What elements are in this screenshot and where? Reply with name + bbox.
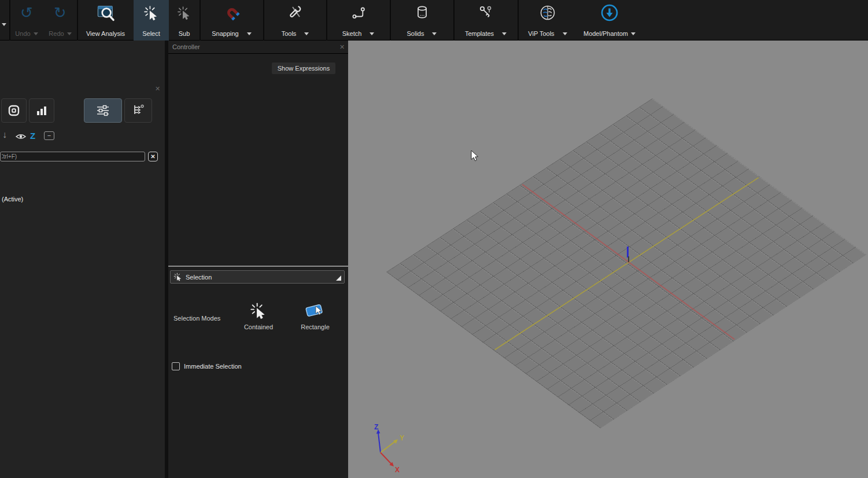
snapping-button[interactable]: Snapping <box>201 0 263 41</box>
undo-button[interactable]: ↺ Undo <box>10 0 43 41</box>
controller-close-icon[interactable]: ✕ <box>339 44 345 50</box>
mouse-cursor-icon <box>471 150 479 163</box>
z-sort-icon[interactable]: Z <box>30 131 35 141</box>
search-clear-button[interactable]: ✕ <box>148 152 158 161</box>
immediate-selection-label[interactable]: Immediate Selection <box>184 363 242 370</box>
search-input[interactable] <box>0 152 145 161</box>
view-analysis-label: View Analysis <box>86 30 125 37</box>
controller-header: Controller ✕ <box>168 41 348 54</box>
squircle-icon <box>8 104 20 117</box>
tab-configuration[interactable] <box>124 98 152 123</box>
redo-icon: ↻ <box>54 0 67 25</box>
visibility-eye-icon[interactable] <box>15 133 27 141</box>
vip-tools-label: ViP Tools <box>528 30 554 37</box>
selection-click-icon <box>173 273 182 281</box>
chevron-down-icon <box>563 32 567 35</box>
mode-rectangle[interactable]: Rectangle <box>293 301 337 330</box>
triad-y-arrowhead <box>393 439 398 444</box>
origin-tick <box>628 256 629 262</box>
immediate-selection-checkbox[interactable] <box>172 362 180 370</box>
clear-icon: ✕ <box>150 153 155 160</box>
triad-x-label: X <box>395 466 400 474</box>
viewport-3d[interactable]: Z Y X <box>348 41 868 478</box>
vip-tools-button[interactable]: ViP Tools <box>519 0 577 41</box>
outline-quick-actions: ↓ Z − <box>0 130 165 144</box>
chevron-down-icon <box>34 32 38 35</box>
contained-icon <box>250 311 267 321</box>
view-analysis-icon <box>96 0 116 25</box>
selection-section-header[interactable]: Selection <box>170 270 345 284</box>
sketch-button[interactable]: Sketch <box>327 0 389 41</box>
sketch-label: Sketch <box>342 30 362 37</box>
axis-triad: Z Y X <box>369 422 409 476</box>
tab-parts[interactable] <box>1 98 27 123</box>
tab-analysis[interactable] <box>29 98 54 123</box>
triad-x-axis <box>381 453 391 464</box>
sort-down-icon[interactable]: ↓ <box>2 130 7 140</box>
top-toolbar: ↺ Undo ↻ Redo View Analysis Select <box>0 0 868 41</box>
chevron-down-icon <box>631 32 636 35</box>
tools-label: Tools <box>282 30 297 37</box>
sidebar-close-icon[interactable]: ✕ <box>155 86 160 92</box>
tab-properties[interactable] <box>84 98 122 123</box>
controller-panel: Controller ✕ Show Expressions Selection … <box>168 41 348 478</box>
chevron-down-icon <box>304 32 309 35</box>
model-phantom-label: Model/Phantom <box>583 30 628 37</box>
rectangle-label: Rectangle <box>293 323 337 330</box>
mode-contained[interactable]: Contained <box>237 302 280 330</box>
undo-icon: ↺ <box>20 0 33 25</box>
toolbar-overflow-button[interactable] <box>0 0 9 41</box>
selection-section-title: Selection <box>186 274 212 281</box>
chevron-down-icon <box>67 32 72 35</box>
panel-splitter[interactable] <box>168 266 348 267</box>
keys-icon <box>477 0 495 25</box>
selection-modes-label: Selection Modes <box>173 315 220 322</box>
contained-label: Contained <box>237 323 280 330</box>
brain-icon <box>538 0 557 25</box>
tree-icon <box>131 104 145 117</box>
triad-z-axis <box>378 433 381 453</box>
magnet-icon <box>223 0 241 25</box>
chevron-down-icon <box>502 32 507 35</box>
application-window: ↺ Undo ↻ Redo View Analysis Select <box>0 0 868 478</box>
sub-select-icon <box>177 0 191 25</box>
chevron-down-icon <box>247 32 252 35</box>
grid-plane <box>386 98 866 428</box>
select-label: Select <box>142 30 160 37</box>
outline-sidebar: ✕ <box>0 41 165 478</box>
cylinder-icon <box>414 0 430 25</box>
show-expressions-button[interactable]: Show Expressions <box>272 62 335 74</box>
bar-chart-icon <box>35 104 48 117</box>
y-axis-grid-line <box>494 177 759 350</box>
solids-button[interactable]: Solids <box>391 0 453 41</box>
select-icon <box>143 0 159 25</box>
collapse-all-icon[interactable]: − <box>44 131 54 140</box>
model-phantom-button[interactable]: Model/Phantom <box>577 0 642 41</box>
triad-z-label: Z <box>374 423 378 431</box>
undo-label: Undo <box>15 30 30 37</box>
chevron-down-icon <box>432 32 437 35</box>
redo-button[interactable]: ↻ Redo <box>44 0 76 41</box>
templates-label: Templates <box>465 30 494 37</box>
snapping-label: Snapping <box>212 30 239 37</box>
triad-y-label: Y <box>400 434 404 442</box>
triad-y-axis <box>381 442 395 453</box>
sketch-icon <box>350 0 367 25</box>
sliders-icon <box>95 105 110 116</box>
view-analysis-button[interactable]: View Analysis <box>78 0 133 41</box>
select-button[interactable]: Select <box>134 0 169 41</box>
rectangle-select-icon <box>304 311 327 321</box>
redo-label: Redo <box>49 30 64 37</box>
chevron-down-icon <box>2 23 6 26</box>
panel-title: Controller <box>172 43 200 50</box>
sub-label: Sub <box>179 30 190 37</box>
collapse-triangle-icon <box>336 275 341 281</box>
sub-button[interactable]: Sub <box>169 0 199 41</box>
wrench-icon <box>287 0 304 25</box>
templates-button[interactable]: Templates <box>455 0 517 41</box>
active-model-label[interactable]: (Active) <box>2 196 23 203</box>
chevron-down-icon <box>370 32 374 35</box>
model-phantom-icon <box>600 0 619 25</box>
solids-label: Solids <box>407 30 424 37</box>
tools-button[interactable]: Tools <box>264 0 326 41</box>
